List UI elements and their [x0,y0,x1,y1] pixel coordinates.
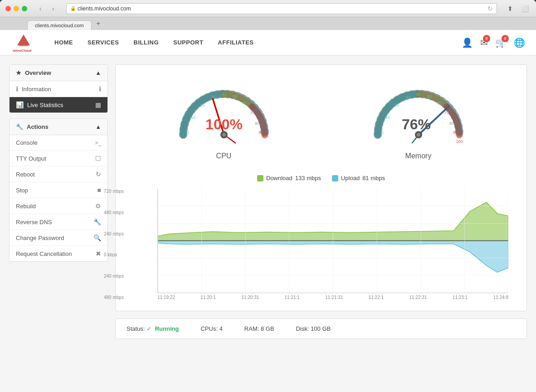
download-legend-dot [257,175,263,181]
svg-text:50: 50 [232,94,237,99]
topnav: mivoCloud HOME SERVICES BILLING SUPPORT … [0,30,536,55]
actions-label: Actions [27,123,49,130]
y-label-480-neg: 480 mbps [104,295,124,300]
share-button[interactable]: ⬆ [504,4,516,14]
browser-titlebar: ‹ › 🔒 clients.mivocloud.com ↻ ⬆ ⬜ [0,0,536,17]
information-label: Information [22,86,51,93]
cpu-gauge-svg: 0 10 20 30 40 50 60 70 80 90 [174,76,274,148]
y-axis-labels: 720 mbps 480 mbps 240 mbps 0 kbps 240 mb… [104,189,124,300]
change-password-icon: 🔍 [93,234,101,241]
x-axis-labels: 11:19:22 11:20:1 11:20:31 11:21:1 11:21:… [157,295,508,300]
chart-area [157,189,508,293]
information-detail-icon: ℹ [99,85,101,93]
nav-billing[interactable]: BILLING [134,39,159,46]
nav-affiliates[interactable]: AFFILIATES [218,39,253,46]
sidebar-item-tty[interactable]: TTY Output ☐ [10,151,107,167]
svg-text:80: 80 [254,121,259,126]
reverse-dns-label: Reverse DNS [16,219,52,225]
stop-label: Stop [16,187,28,194]
back-button[interactable]: ‹ [34,4,46,14]
notification-icon-wrap[interactable]: ✉ 0 [480,37,488,48]
tty-icon: ☐ [95,155,101,162]
cpu-gauge: 0 10 20 30 40 50 60 70 80 90 [174,76,274,160]
rebuild-icon: ⚙ [95,202,101,210]
sidebar-item-reboot[interactable]: Reboot ↻ [10,167,107,182]
y-label-720: 720 mbps [104,189,124,194]
sidebar-item-rebuild[interactable]: Rebuild ⚙ [10,198,107,214]
console-icon: >_ [95,140,101,146]
disk-info: Disk: 100 GB [296,325,331,332]
download-legend: Download 133 mbps [257,175,321,181]
sidebar-item-console[interactable]: Console >_ [10,135,107,151]
svg-point-7 [222,133,226,137]
svg-point-22 [417,133,420,137]
chart-svg [158,189,508,293]
sidebar-item-change-password[interactable]: Change Password 🔍 [10,230,107,246]
bar-chart-icon: ▦ [95,101,101,108]
gauges-row: 0 10 20 30 40 50 60 70 80 90 [127,76,516,160]
minimize-button[interactable] [14,6,19,11]
svg-text:90: 90 [453,130,457,135]
cart-icon-wrap[interactable]: 🛒 0 [495,37,507,48]
sidebar-item-request-cancellation[interactable]: Request Cancellation ✖ [10,246,107,261]
globe-icon-wrap[interactable]: 🌐 [514,37,525,48]
x-label-8: 11:24:8 [493,295,508,300]
y-label-480: 480 mbps [104,210,124,215]
sidebar-item-live-statistics[interactable]: 📊 Live Statistics ▦ [10,97,107,113]
sidebar-item-information[interactable]: ℹ Information ℹ [10,81,107,97]
notification-badge: 0 [483,35,490,42]
sidebar-actions-header[interactable]: 🔧 Actions ▲ [10,119,107,135]
user-icon-wrap[interactable]: 👤 [462,37,473,48]
nav-home[interactable]: HOME [54,39,73,46]
svg-text:30: 30 [210,95,215,99]
ram-info: RAM: 8 GB [244,325,274,332]
sidebar-overview-section: ★ Overview ▲ ℹ Information ℹ [9,64,108,113]
new-window-button[interactable]: ⬜ [519,4,531,14]
svg-text:40: 40 [221,92,226,97]
sidebar-item-reverse-dns[interactable]: Reverse DNS 🔧 [10,214,107,230]
cpu-label: CPU [216,152,232,160]
memory-gauge: 0 10 20 30 40 50 60 70 80 90 100 [369,76,468,160]
wrench-icon: 🔧 [16,123,23,130]
svg-text:20: 20 [200,103,204,108]
sidebar-overview-header[interactable]: ★ Overview ▲ [10,65,107,81]
x-label-1: 11:20:1 [200,295,215,300]
fullscreen-button[interactable] [22,6,27,11]
nav-services[interactable]: SERVICES [88,39,119,46]
svg-text:20: 20 [394,103,399,108]
globe-icon: 🌐 [514,38,525,48]
stats-card: 0 10 20 30 40 50 60 70 80 90 [115,64,527,311]
rebuild-label: Rebuild [16,203,36,210]
cart-badge: 0 [502,35,509,42]
console-label: Console [16,139,38,146]
nav-links: HOME SERVICES BILLING SUPPORT AFFILIATES [54,39,462,46]
disk-value: 100 GB [311,325,331,332]
cpus-info: CPUs: 4 [200,325,222,332]
close-button[interactable] [5,6,11,11]
memory-gauge-svg: 0 10 20 30 40 50 60 70 80 90 100 [369,76,468,148]
x-label-4: 11:21:31 [325,295,343,300]
svg-text:90: 90 [258,130,263,135]
new-tab-button[interactable]: + [93,19,103,29]
svg-text:30: 30 [405,95,409,99]
sidebar-actions-section: 🔧 Actions ▲ Console >_ TTY Output ☐ [9,118,108,262]
star-icon: ★ [16,69,21,76]
forward-button[interactable]: › [47,4,59,14]
change-password-label: Change Password [16,235,64,241]
browser-actions: ⬆ ⬜ [504,4,531,14]
reboot-label: Reboot [16,171,35,178]
reload-icon[interactable]: ↻ [487,5,493,12]
svg-text:40: 40 [416,92,420,97]
active-tab[interactable]: clients.mivocloud.com [27,20,92,30]
url-text: clients.mivocloud.com [78,5,131,12]
main-layout: ★ Overview ▲ ℹ Information ℹ [0,55,536,348]
logo-icon: mivoCloud [11,33,36,53]
download-legend-label: Download [266,175,292,181]
address-bar[interactable]: 🔒 clients.mivocloud.com ↻ [66,3,497,14]
nav-support[interactable]: SUPPORT [173,39,203,46]
chart-legend: Download 133 mbps Upload 81 mbps [127,175,516,181]
sidebar-item-stop[interactable]: Stop ■ [10,182,107,198]
svg-text:mivoCloud: mivoCloud [13,49,31,53]
svg-text:0: 0 [186,130,189,135]
upload-legend-dot [332,175,338,181]
